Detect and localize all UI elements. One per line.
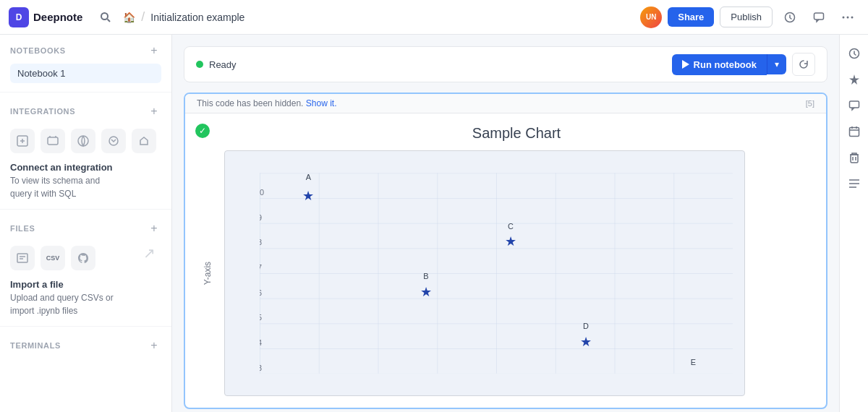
right-panel bbox=[839, 35, 868, 412]
svg-text:4: 4 bbox=[260, 338, 262, 347]
run-btn-group: Run notebook ▾ bbox=[672, 53, 815, 76]
svg-line-1 bbox=[108, 19, 111, 22]
svg-text:3: 3 bbox=[260, 364, 262, 372]
svg-rect-37 bbox=[849, 101, 859, 108]
cell-check: ✓ bbox=[195, 124, 210, 138]
svg-rect-17 bbox=[260, 173, 733, 373]
breadcrumb-title: Initialization example bbox=[150, 12, 244, 23]
y-axis-label: Y-axis bbox=[203, 262, 213, 285]
file-curve-decoration: ↗ bbox=[143, 244, 156, 262]
svg-marker-16 bbox=[682, 60, 689, 69]
terminals-section: TERMINALS + bbox=[0, 330, 171, 364]
connect-subtext: To view its schema andquery it with SQL bbox=[10, 174, 161, 200]
trash-icon[interactable] bbox=[844, 147, 864, 168]
svg-rect-42 bbox=[851, 155, 858, 163]
more-button[interactable] bbox=[836, 6, 859, 29]
integration-icons bbox=[10, 124, 161, 158]
svg-text:6: 6 bbox=[260, 288, 262, 297]
status-text: Ready bbox=[209, 59, 237, 70]
publish-button[interactable]: Publish bbox=[720, 7, 773, 27]
svg-rect-3 bbox=[814, 13, 824, 20]
avatar[interactable]: UN bbox=[640, 7, 662, 28]
svg-text:8: 8 bbox=[260, 238, 262, 246]
svg-text:★: ★ bbox=[420, 285, 432, 299]
refresh-button[interactable] bbox=[792, 53, 815, 76]
chart-svg: 3 4 5 6 7 8 9 10 A ★ B bbox=[260, 163, 733, 384]
integrations-header: INTEGRATIONS + bbox=[10, 104, 161, 119]
svg-text:★: ★ bbox=[505, 234, 516, 249]
integrations-section: INTEGRATIONS + Conne bbox=[0, 95, 171, 206]
files-header: FILES + bbox=[10, 221, 161, 236]
history-button[interactable] bbox=[778, 6, 801, 29]
svg-point-11 bbox=[78, 136, 88, 146]
svg-text:★: ★ bbox=[302, 189, 314, 203]
cell-hidden-bar: This code has been hidden. Show it. [5] bbox=[185, 94, 826, 113]
svg-text:★: ★ bbox=[580, 335, 592, 349]
notebook-area: Ready Run notebook ▾ This code has been … bbox=[172, 35, 839, 412]
svg-marker-36 bbox=[849, 74, 859, 85]
file-icon-sql[interactable] bbox=[10, 246, 35, 270]
svg-text:7: 7 bbox=[260, 263, 262, 272]
integration-icon-5[interactable] bbox=[132, 129, 156, 153]
search-button[interactable] bbox=[94, 6, 117, 29]
integration-icon-2[interactable] bbox=[41, 129, 65, 153]
add-file-button[interactable]: + bbox=[147, 221, 161, 236]
files-label: FILES bbox=[10, 224, 35, 233]
sidebar: NOTEBOOKS + Notebook 1 INTEGRATIONS + bbox=[0, 35, 172, 412]
integration-icon-4[interactable] bbox=[101, 129, 126, 153]
check-circle: ✓ bbox=[195, 124, 210, 138]
svg-rect-10 bbox=[48, 137, 58, 145]
svg-text:5: 5 bbox=[260, 313, 262, 322]
cell: This code has been hidden. Show it. [5] … bbox=[184, 93, 827, 409]
file-icon-github[interactable] bbox=[71, 246, 95, 270]
lines-icon[interactable] bbox=[844, 173, 864, 194]
run-label: Run notebook bbox=[694, 59, 757, 70]
cell-body: ✓ Sample Chart Y-axis bbox=[185, 113, 826, 408]
files-section: FILES + CSV ↗ Import a file Upload and q… bbox=[0, 213, 171, 323]
home-icon[interactable]: 🏠 bbox=[123, 12, 135, 23]
svg-text:B: B bbox=[423, 272, 428, 280]
file-icons: CSV ↗ bbox=[10, 241, 161, 275]
add-terminal-button[interactable]: + bbox=[147, 338, 161, 353]
svg-rect-38 bbox=[849, 128, 859, 137]
file-icon-csv[interactable]: CSV bbox=[41, 246, 65, 270]
svg-text:C: C bbox=[508, 222, 514, 231]
svg-text:D: D bbox=[583, 322, 589, 330]
import-subtext: Upload and query CSVs orimport .ipynb fi… bbox=[10, 291, 161, 317]
run-notebook-button[interactable]: Run notebook bbox=[672, 54, 767, 75]
chart-area: Y-axis 3 4 5 bbox=[224, 150, 745, 396]
header: D Deepnote 🏠 / Initialization example UN… bbox=[0, 0, 868, 35]
terminals-label: TERMINALS bbox=[10, 341, 61, 350]
notebooks-label: NOTEBOOKS bbox=[10, 46, 66, 55]
history-icon[interactable] bbox=[844, 43, 864, 64]
terminals-header: TERMINALS + bbox=[10, 338, 161, 353]
run-bar: Ready Run notebook ▾ bbox=[184, 46, 827, 82]
breadcrumb-sep: / bbox=[141, 9, 145, 25]
calendar-icon[interactable] bbox=[844, 121, 864, 142]
add-notebook-button[interactable]: + bbox=[147, 43, 161, 58]
svg-point-0 bbox=[101, 13, 108, 20]
integration-icon-1[interactable] bbox=[10, 129, 35, 153]
cell-number: [5] bbox=[806, 99, 814, 108]
integrations-label: INTEGRATIONS bbox=[10, 107, 75, 116]
logo-icon: D bbox=[9, 7, 29, 27]
svg-text:10: 10 bbox=[260, 188, 264, 197]
main-layout: NOTEBOOKS + Notebook 1 INTEGRATIONS + bbox=[0, 35, 868, 412]
comments-button[interactable] bbox=[807, 6, 830, 29]
share-button[interactable]: Share bbox=[668, 7, 714, 27]
notebooks-section: NOTEBOOKS + Notebook 1 bbox=[0, 35, 171, 89]
integration-icon-3[interactable] bbox=[71, 129, 95, 153]
run-dropdown-button[interactable]: ▾ bbox=[767, 54, 786, 74]
add-integration-button[interactable]: + bbox=[147, 104, 161, 119]
hidden-message: This code has been hidden. bbox=[197, 98, 303, 108]
magic-icon[interactable] bbox=[844, 69, 864, 90]
notebook-item[interactable]: Notebook 1 bbox=[10, 64, 161, 83]
logo-text: Deepnote bbox=[33, 11, 82, 23]
comment-icon[interactable] bbox=[844, 95, 864, 116]
svg-rect-13 bbox=[17, 254, 27, 262]
notebooks-header: NOTEBOOKS + bbox=[10, 43, 161, 58]
show-it-link[interactable]: Show it. bbox=[306, 98, 337, 108]
chart-container: Sample Chart Y-axis 3 bbox=[224, 125, 809, 396]
logo: D Deepnote bbox=[9, 7, 82, 27]
svg-point-5 bbox=[847, 16, 849, 18]
